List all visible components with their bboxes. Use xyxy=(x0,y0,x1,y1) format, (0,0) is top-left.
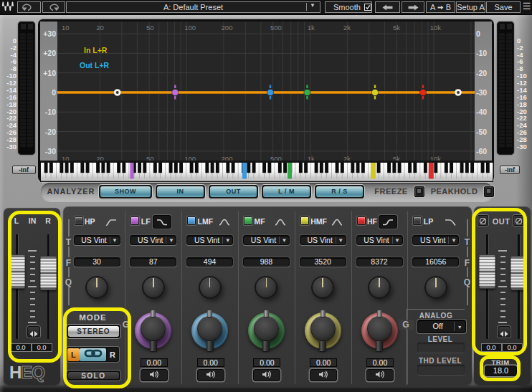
svg-text:500: 500 xyxy=(270,24,282,32)
svg-text:50: 50 xyxy=(146,24,154,32)
svg-text:10: 10 xyxy=(62,24,70,32)
svg-text:100: 100 xyxy=(184,24,196,32)
svg-text:In L+R: In L+R xyxy=(84,46,108,54)
svg-text:5k: 5k xyxy=(393,24,400,32)
svg-text:10k: 10k xyxy=(430,24,442,32)
svg-text:200: 200 xyxy=(222,24,233,32)
svg-text:1k: 1k xyxy=(308,24,315,32)
svg-text:20: 20 xyxy=(96,24,104,32)
svg-text:2k: 2k xyxy=(343,24,351,32)
svg-text:Out L+R: Out L+R xyxy=(80,61,110,70)
